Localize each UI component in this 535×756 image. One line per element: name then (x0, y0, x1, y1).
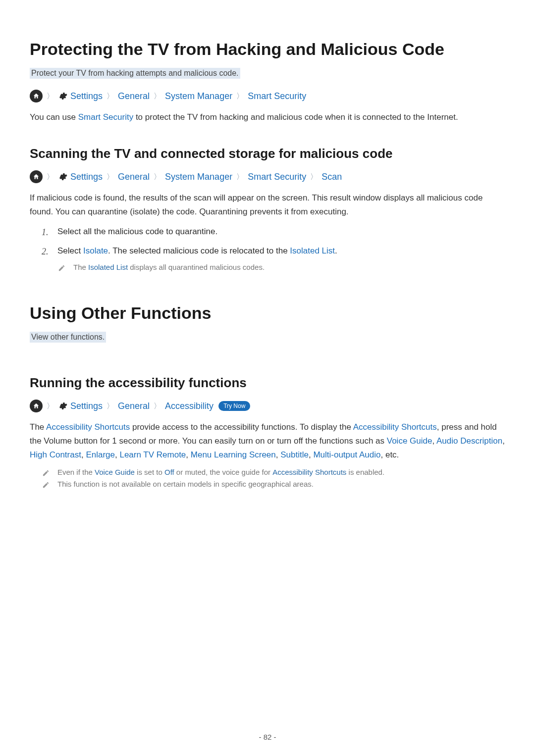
chevron-icon: 〉 (107, 402, 114, 411)
crumb-accessibility: Accessibility (165, 401, 214, 411)
chevron-icon: 〉 (154, 92, 161, 101)
home-icon (30, 170, 43, 183)
section-title: Using Other Functions (30, 303, 505, 323)
section-subtitle: Protect your TV from hacking attempts an… (30, 68, 240, 79)
off-note-link: Off (164, 468, 174, 476)
accessibility-shortcuts-link: Accessibility Shortcuts (353, 422, 437, 432)
chevron-icon: 〉 (236, 172, 244, 182)
subsection-heading: Scanning the TV and connected storage fo… (30, 146, 505, 161)
step-number: 1. (42, 225, 51, 240)
accessibility-shortcuts-note-link: Accessibility Shortcuts (272, 468, 346, 476)
isolate-link: Isolate (83, 246, 108, 255)
scan-paragraph: If malicious code is found, the results … (30, 191, 505, 219)
section-title: Protecting the TV from Hacking and Malic… (30, 40, 505, 59)
chevron-icon: 〉 (154, 172, 161, 182)
note: This function is not available on certai… (30, 480, 505, 489)
chevron-icon: 〉 (47, 172, 54, 182)
pen-icon (42, 469, 50, 477)
home-icon (30, 90, 43, 102)
chevron-icon: 〉 (154, 402, 161, 411)
pen-icon (42, 481, 50, 489)
menu-learning-link: Menu Learning Screen (191, 450, 276, 459)
intro-paragraph: You can use Smart Security to protect th… (30, 110, 505, 124)
isolated-list-note-link: Isolated List (88, 263, 128, 271)
chevron-icon: 〉 (107, 172, 114, 182)
enlarge-link: Enlarge (86, 450, 115, 459)
smart-security-link: Smart Security (78, 112, 133, 122)
crumb-settings: Settings (70, 172, 103, 182)
accessibility-paragraph: The Accessibility Shortcuts provide acce… (30, 420, 505, 462)
crumb-system-manager: System Manager (165, 172, 232, 182)
breadcrumb: 〉 Settings 〉 General 〉 System Manager 〉 … (30, 90, 505, 102)
isolated-list-link: Isolated List (290, 246, 335, 255)
note: The Isolated List displays all quarantin… (30, 263, 505, 272)
learn-tv-remote-link: Learn TV Remote (119, 450, 186, 459)
chevron-icon: 〉 (310, 172, 318, 182)
try-now-badge[interactable]: Try Now (218, 401, 250, 411)
chevron-icon: 〉 (47, 92, 54, 101)
note: Even if the Voice Guide is set to Off or… (30, 468, 505, 477)
subsection-heading: Running the accessibility functions (30, 375, 505, 391)
breadcrumb: 〉 Settings 〉 General 〉 System Manager 〉 … (30, 170, 505, 183)
chevron-icon: 〉 (107, 92, 114, 101)
crumb-settings: Settings (70, 401, 103, 411)
pen-icon (57, 264, 65, 272)
crumb-scan: Scan (321, 172, 342, 182)
step-1: 1. Select all the malicious code to quar… (42, 225, 505, 240)
step-number: 2. (42, 244, 51, 259)
step-2: 2. Select Isolate. The selected maliciou… (42, 244, 505, 259)
crumb-general: General (118, 401, 150, 411)
crumb-smart-security: Smart Security (248, 91, 306, 101)
gear-icon (58, 172, 68, 182)
steps-list: 1. Select all the malicious code to quar… (30, 225, 505, 259)
gear-icon (58, 91, 68, 101)
chevron-icon: 〉 (236, 92, 244, 101)
subtitle-link: Subtitle (280, 450, 309, 459)
crumb-smart-security: Smart Security (248, 172, 306, 182)
breadcrumb: 〉 Settings 〉 General 〉 Accessibility Try… (30, 400, 505, 412)
crumb-system-manager: System Manager (165, 91, 232, 101)
crumb-general: General (118, 172, 150, 182)
crumb-settings: Settings (70, 91, 103, 101)
crumb-general: General (118, 91, 150, 101)
home-icon (30, 400, 43, 412)
section-subtitle: View other functions. (30, 332, 106, 343)
multi-output-audio-link: Multi-output Audio (313, 450, 380, 459)
chevron-icon: 〉 (47, 402, 54, 411)
page-number: - 82 - (0, 733, 535, 741)
accessibility-shortcuts-link: Accessibility Shortcuts (46, 422, 130, 432)
audio-description-link: Audio Description (436, 436, 502, 446)
voice-guide-note-link: Voice Guide (95, 468, 135, 476)
voice-guide-link: Voice Guide (387, 436, 432, 446)
gear-icon (58, 401, 68, 411)
high-contrast-link: High Contrast (30, 450, 81, 459)
